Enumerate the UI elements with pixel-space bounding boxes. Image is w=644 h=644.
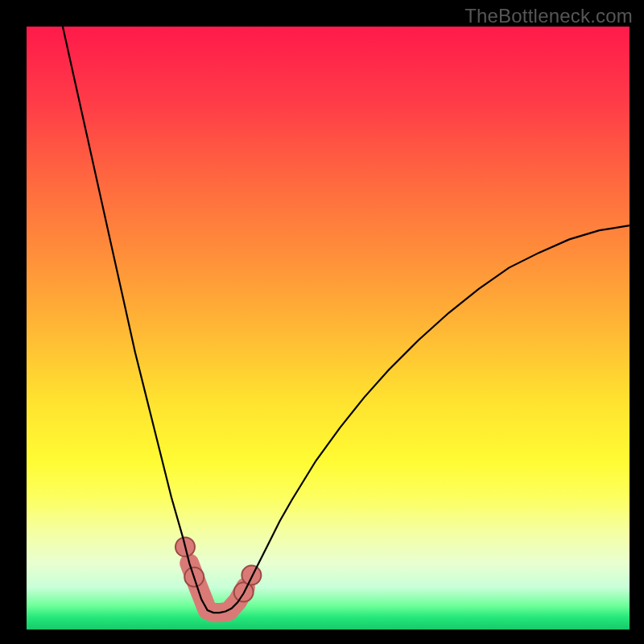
valley-bead [242, 566, 261, 585]
watermark-text: TheBottleneck.com [464, 5, 633, 27]
curve-layer [27, 27, 630, 630]
plot-area [27, 27, 630, 630]
valley-beads [175, 537, 261, 601]
bottleneck-curve [63, 27, 630, 613]
chart-frame: TheBottleneck.com [0, 0, 644, 644]
